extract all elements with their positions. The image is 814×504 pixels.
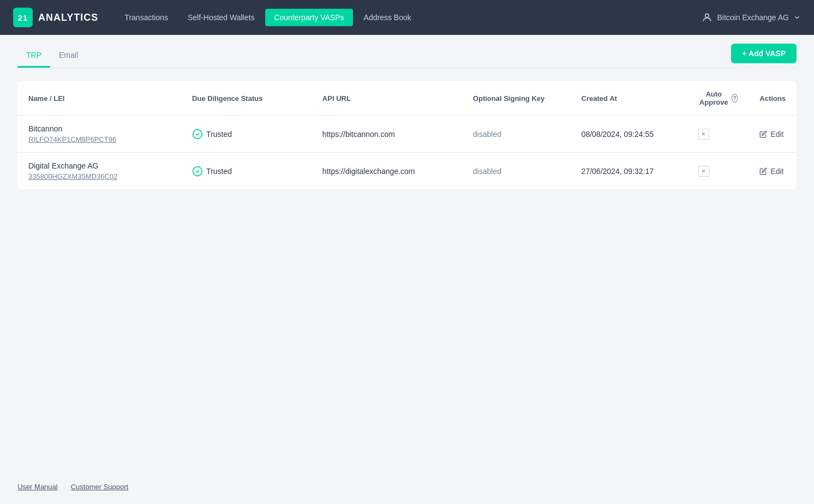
tab-email[interactable]: Email xyxy=(50,44,87,68)
user-menu[interactable]: Bitcoin Exchange AG xyxy=(702,12,801,23)
table-body: Bitcannon RILFO74KP1CM8P6PCT96 Trusted xyxy=(17,116,797,190)
navbar: 21 ANALYTICS Transactions Self-Hosted Wa… xyxy=(0,0,814,35)
row2-api-url: https://digitalexchange.com xyxy=(312,153,462,190)
footer: User Manual Customer Support xyxy=(0,470,814,504)
row2-created-at: 27/06/2024, 09:32:17 xyxy=(571,153,687,190)
vasps-table: Name / LEI Due Diligence Status API URL … xyxy=(17,81,797,189)
row2-actions: Edit xyxy=(749,153,797,190)
trusted-icon xyxy=(192,166,203,177)
brand-name: ANALYTICS xyxy=(38,12,98,23)
brand-logo: 21 ANALYTICS xyxy=(13,8,98,27)
brand-icon: 21 xyxy=(13,8,33,27)
col-header-due-diligence: Due Diligence Status xyxy=(181,81,312,116)
user-name: Bitcoin Exchange AG xyxy=(717,13,789,22)
row2-auto-approve-checkbox[interactable]: × xyxy=(698,166,709,177)
col-header-auto-approve: Auto Approve ? xyxy=(687,81,749,116)
svg-point-0 xyxy=(705,14,709,17)
table-row: Digital Exchange AG 335800HGZXM35MD36C02… xyxy=(17,153,797,190)
row1-auto-approve: × xyxy=(687,116,749,153)
add-vasp-button[interactable]: + Add VASP xyxy=(731,44,797,63)
row1-name: Bitcannon xyxy=(28,124,170,133)
table-header: Name / LEI Due Diligence Status API URL … xyxy=(17,81,797,116)
auto-approve-info-icon[interactable]: ? xyxy=(732,94,738,103)
row2-name: Digital Exchange AG xyxy=(28,161,170,170)
row2-due-diligence: Trusted xyxy=(181,153,312,190)
nav-transactions[interactable]: Transactions xyxy=(116,9,177,26)
tabs-row: TRP Email + Add VASP xyxy=(17,35,797,68)
user-icon xyxy=(702,12,713,23)
row1-status: Trusted xyxy=(206,130,232,139)
nav-counterparty-vasps[interactable]: Counterparty VASPs xyxy=(265,9,352,26)
row1-name-cell: Bitcannon RILFO74KP1CM8P6PCT96 xyxy=(17,116,181,153)
nav-address-book[interactable]: Address Book xyxy=(355,9,420,26)
auto-approve-label: Auto Approve xyxy=(698,90,729,106)
col-header-name: Name / LEI xyxy=(17,81,181,116)
tab-trp[interactable]: TRP xyxy=(17,44,50,68)
nav-self-hosted-wallets[interactable]: Self-Hosted Wallets xyxy=(179,9,263,26)
chevron-down-icon xyxy=(793,14,801,21)
main-content: TRP Email + Add VASP Name / LEI Due Dili… xyxy=(0,35,814,470)
row1-auto-approve-checkbox[interactable]: × xyxy=(698,129,709,140)
row2-name-cell: Digital Exchange AG 335800HGZXM35MD36C02 xyxy=(17,153,181,190)
col-header-created-at: Created At xyxy=(571,81,687,116)
row1-edit-button[interactable]: Edit xyxy=(759,130,783,139)
col-header-signing-key: Optional Signing Key xyxy=(462,81,571,116)
row1-api-url: https://bitcannon.com xyxy=(312,116,462,153)
col-header-actions: Actions xyxy=(749,81,797,116)
row2-lei[interactable]: 335800HGZXM35MD36C02 xyxy=(28,172,170,181)
tabs-list: TRP Email xyxy=(17,44,87,67)
row2-edit-button[interactable]: Edit xyxy=(759,167,783,176)
vasps-table-container: Name / LEI Due Diligence Status API URL … xyxy=(17,81,797,189)
row2-signing-key: disabled xyxy=(462,153,571,190)
row1-actions: Edit xyxy=(749,116,797,153)
edit-icon xyxy=(759,130,767,138)
edit-icon xyxy=(759,167,767,175)
navbar-links: Transactions Self-Hosted Wallets Counter… xyxy=(116,9,684,26)
row1-due-diligence: Trusted xyxy=(181,116,312,153)
footer-user-manual[interactable]: User Manual xyxy=(17,483,58,491)
footer-customer-support[interactable]: Customer Support xyxy=(71,483,129,491)
row2-status: Trusted xyxy=(206,167,232,176)
trusted-icon xyxy=(192,129,203,140)
row1-signing-key: disabled xyxy=(462,116,571,153)
row1-created-at: 08/08/2024, 09:24:55 xyxy=(571,116,687,153)
col-header-api-url: API URL xyxy=(312,81,462,116)
row1-lei[interactable]: RILFO74KP1CM8P6PCT96 xyxy=(28,135,170,143)
table-row: Bitcannon RILFO74KP1CM8P6PCT96 Trusted xyxy=(17,116,797,153)
row2-auto-approve: × xyxy=(687,153,749,190)
